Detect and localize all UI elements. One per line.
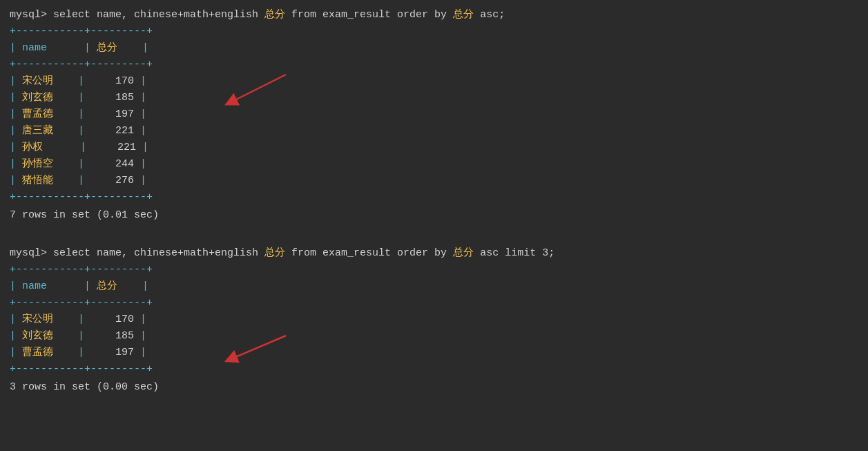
header-2: | name | 总分 | (10, 278, 858, 295)
query-text-1: select name, chinese+math+english 总分 fro… (53, 9, 505, 21)
header-1: | name | 总分 | (10, 40, 858, 57)
query-line-2: mysql> select name, chinese+math+english… (10, 245, 858, 262)
sep-1a: +-----------+---------+ (10, 23, 858, 40)
table-row: | 孙权 | 221 | (10, 140, 858, 156)
query-line-1: mysql> select name, chinese+math+english… (10, 7, 858, 23)
table-row: | 宋公明 | 170 | (10, 311, 858, 328)
sep-2b: +-----------+---------+ (10, 295, 858, 311)
prompt-2: mysql> (10, 247, 53, 259)
sep-2a: +-----------+---------+ (10, 262, 858, 278)
query-text-2: select name, chinese+math+english 总分 fro… (53, 247, 554, 259)
table-row: | 宋公明 | 170 | (10, 73, 858, 90)
terminal-screen: mysql> select name, chinese+math+english… (10, 7, 858, 396)
prompt-1: mysql> (10, 9, 53, 21)
table-row: | 曹孟德 | 197 | (10, 106, 858, 123)
sep-1b: +-----------+---------+ (10, 57, 858, 73)
sep-2c: +-----------+---------+ (10, 361, 858, 378)
query-block-2: mysql> select name, chinese+math+english… (10, 245, 858, 396)
table-row: | 猪悟能 | 276 | (10, 173, 858, 189)
table-row: | 刘玄德 | 185 | (10, 328, 858, 345)
result-info-1: 7 rows in set (0.01 sec) (10, 206, 858, 224)
table-row: | 孙悟空 | 244 | (10, 156, 858, 173)
query-block-1: mysql> select name, chinese+math+english… (10, 7, 858, 224)
blank-line (10, 229, 858, 245)
table-row: | 刘玄德 | 185 | (10, 90, 858, 106)
sep-1c: +-----------+---------+ (10, 189, 858, 206)
table-row: | 曹孟德 | 197 | (10, 345, 858, 361)
table-row: | 唐三藏 | 221 | (10, 123, 858, 140)
result-info-2: 3 rows in set (0.00 sec) (10, 378, 858, 396)
